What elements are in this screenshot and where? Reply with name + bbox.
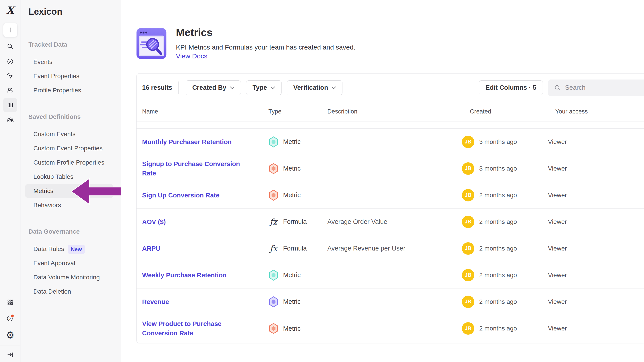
teams-nav-icon[interactable]	[3, 113, 17, 127]
created-time: 3 months ago	[479, 138, 517, 146]
metrics-app-icon	[136, 28, 167, 59]
metric-name-link[interactable]: AOV ($)	[142, 218, 166, 225]
section-header: Data Governance	[20, 225, 121, 238]
results-count: 16 results	[142, 84, 172, 91]
sidebar: Lexicon Tracked Data Events Event Proper…	[20, 0, 121, 362]
filter-dropdown-button[interactable]: Type	[246, 80, 282, 95]
table-row: Sign Up Conversion Rate ƒx Metric	[136, 182, 644, 208]
description-cell: Average Revenue per User	[327, 245, 462, 252]
sidebar-item[interactable]: Data Deletion	[20, 285, 121, 299]
sidebar-item[interactable]: Data Volume Monitoring	[20, 270, 121, 285]
discover-nav-icon[interactable]	[3, 54, 17, 69]
metric-name-link[interactable]: ARPU	[142, 245, 160, 252]
filter-dropdown-button[interactable]: Created By	[186, 80, 240, 95]
type-icon: ƒx	[268, 296, 279, 308]
type-icon: ƒx	[268, 189, 279, 201]
creator-avatar: JB	[462, 136, 474, 148]
sidebar-item[interactable]: Behaviors	[20, 198, 121, 212]
creator-avatar: JB	[462, 162, 474, 175]
notification-dot	[11, 315, 14, 317]
access-cell: Viewer	[548, 218, 644, 225]
page-title: Metrics	[176, 26, 212, 38]
two-users-icon	[7, 87, 14, 94]
creator-avatar: JB	[462, 216, 474, 228]
page-subtitle: KPI Metrics and Formulas your team has c…	[176, 43, 355, 51]
access-cell: Viewer	[548, 192, 644, 199]
sidebar-item[interactable]: Metrics	[25, 184, 114, 198]
formula-fx-icon: ƒx	[270, 217, 277, 226]
type-icon: ƒx	[268, 216, 279, 228]
created-time: 2 months ago	[479, 218, 517, 225]
create-new-button[interactable]	[3, 23, 17, 37]
created-time: 3 months ago	[479, 165, 517, 172]
created-time: 2 months ago	[479, 272, 517, 279]
search-input[interactable]	[565, 84, 644, 91]
sidebar-section-saved-definitions: Saved Definitions Custom Events Custom E…	[20, 110, 121, 212]
column-header-access[interactable]: Your access	[548, 108, 644, 115]
search-icon	[554, 84, 561, 91]
type-icon: ƒx	[268, 136, 279, 148]
sidebar-section-data-governance: Data Governance Data RulesNew Event Appr…	[20, 225, 121, 299]
filter-dropdown-button[interactable]: Verification	[287, 80, 342, 95]
main-content: Metrics KPI Metrics and Formulas your te…	[122, 0, 644, 362]
sidebar-item[interactable]: Events	[20, 55, 121, 69]
edit-columns-button[interactable]: Edit Columns · 5	[479, 80, 543, 95]
column-header-type[interactable]: Type	[268, 108, 327, 115]
table-row: AOV ($) ƒx Formula Average Order Value	[136, 208, 644, 235]
search-nav-icon[interactable]	[3, 39, 17, 53]
type-icon: ƒx	[268, 269, 279, 281]
sidebar-section-tracked-data: Tracked Data Events Event Properties Pro…	[20, 38, 121, 98]
dots-grid-icon	[7, 299, 14, 306]
metric-name-link[interactable]: Sign Up Conversion Rate	[142, 192, 220, 199]
creator-avatar: JB	[462, 322, 474, 335]
svg-text:?: ?	[9, 317, 11, 321]
view-docs-link[interactable]: View Docs	[176, 52, 207, 60]
rail-divider	[0, 346, 20, 346]
search-box[interactable]	[548, 79, 644, 96]
sidebar-item[interactable]: Custom Events	[20, 127, 121, 141]
creator-avatar: JB	[462, 189, 474, 201]
column-header-name[interactable]: Name	[142, 108, 268, 115]
apps-grid-button[interactable]	[3, 295, 17, 309]
icon-rail: X	[0, 0, 20, 362]
metric-name-link[interactable]: View Product to Purchase Conversion Rate	[142, 320, 222, 337]
type-icon: ƒx	[268, 163, 279, 174]
settings-button[interactable]: ⚙	[3, 328, 17, 342]
chevron-down-icon	[230, 86, 234, 89]
toolbar-divider	[178, 81, 178, 94]
table-row: ARPU ƒx Formula Average Revenue per User	[136, 235, 644, 262]
mixpanel-logo-icon[interactable]: X	[3, 3, 17, 17]
sidebar-title: Lexicon	[28, 7, 62, 17]
metric-name-link[interactable]: Signup to Purchase Conversion Rate	[142, 160, 240, 177]
sidebar-item[interactable]: Lookup Tables	[20, 170, 121, 184]
table-row: Weekly Purchase Retention ƒx Metric	[136, 262, 644, 289]
sidebar-item[interactable]: Data RulesNew	[20, 242, 121, 256]
metric-name-link[interactable]: Monthly Purchaser Retention	[142, 138, 232, 146]
access-cell: Viewer	[548, 298, 644, 305]
type-label: Metric	[283, 298, 301, 305]
users-nav-icon[interactable]	[3, 83, 17, 97]
type-label: Formula	[283, 245, 307, 252]
metric-name-link[interactable]: Revenue	[142, 298, 169, 305]
sidebar-item[interactable]: Event Properties	[20, 69, 121, 83]
partially-scrolled-row	[136, 122, 644, 129]
access-cell: Viewer	[548, 245, 644, 252]
column-header-created[interactable]: Created	[462, 108, 548, 115]
cursor-spark-icon	[7, 72, 14, 79]
sidebar-item[interactable]: Profile Properties	[20, 83, 121, 98]
metrics-table-card: 16 results Created By Type	[136, 73, 644, 343]
new-badge: New	[68, 245, 85, 254]
metric-name-link[interactable]: Weekly Purchase Retention	[142, 272, 226, 279]
help-button[interactable]: ?	[3, 311, 17, 325]
table-body: Monthly Purchaser Retention ƒx Metric	[136, 129, 644, 342]
creator-avatar: JB	[462, 269, 474, 281]
table-row: Revenue ƒx Metric	[136, 289, 644, 315]
collapse-sidebar-button[interactable]	[3, 348, 17, 362]
lexicon-nav-icon[interactable]	[3, 98, 17, 112]
sidebar-item[interactable]: Custom Profile Properties	[20, 156, 121, 170]
sidebar-item[interactable]: Custom Event Properties	[20, 141, 121, 156]
sidebar-item[interactable]: Event Approval	[20, 256, 121, 270]
chevron-down-icon	[271, 86, 275, 89]
column-header-description[interactable]: Description	[327, 108, 462, 115]
events-nav-icon[interactable]	[3, 69, 17, 83]
